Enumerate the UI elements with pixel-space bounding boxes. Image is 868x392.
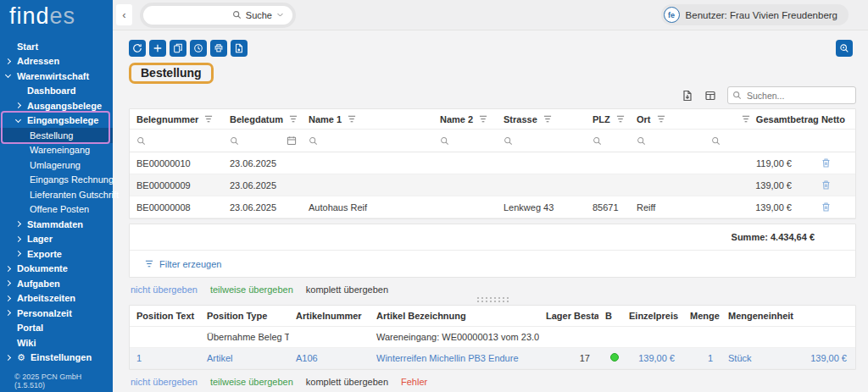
sidebar-item-offene-posten[interactable]: Offene Posten bbox=[0, 202, 113, 218]
refresh-button[interactable] bbox=[129, 40, 146, 57]
chevron-down-icon bbox=[16, 119, 27, 122]
col-name1: Name 1 bbox=[302, 114, 433, 124]
legend-komplett-uebergeben: komplett übergeben bbox=[306, 377, 388, 387]
document-export-button[interactable] bbox=[231, 40, 248, 57]
search-icon bbox=[732, 91, 742, 100]
chevron-right-icon bbox=[19, 163, 30, 167]
filter-row bbox=[130, 130, 855, 152]
page-title: Bestellung bbox=[129, 63, 214, 84]
advanced-search-button[interactable] bbox=[836, 40, 853, 57]
table-search bbox=[727, 86, 856, 104]
filter-icon[interactable] bbox=[616, 115, 625, 123]
search-icon bbox=[637, 136, 646, 146]
filter-cell-name1[interactable] bbox=[302, 136, 433, 146]
cell-artikelnummer[interactable]: A106 bbox=[289, 353, 370, 363]
sidebar-item-portal[interactable]: Portal bbox=[0, 321, 113, 336]
sidebar-item-arbeitszeiten[interactable]: Arbeitszeiten bbox=[0, 291, 113, 306]
sidebar-item-label: Lieferanten Gutschrift bbox=[30, 190, 119, 200]
export-button[interactable] bbox=[682, 90, 693, 102]
plus-icon bbox=[153, 43, 163, 53]
sidebar-item-stammdaten[interactable]: Stammdaten bbox=[0, 217, 113, 232]
copy-button[interactable] bbox=[170, 40, 186, 57]
sidebar-item-exporte[interactable]: Exporte bbox=[0, 246, 113, 262]
sidebar-item-lieferanten-gutschrift[interactable]: Lieferanten Gutschrift bbox=[0, 187, 113, 202]
table-row[interactable]: BE00000010 23.06.2025 119,00 € bbox=[130, 152, 855, 174]
column-chooser-button[interactable] bbox=[704, 90, 716, 102]
cell-b bbox=[598, 353, 622, 363]
table-row[interactable]: BE00000008 23.06.2025 Autohaus Reif Lenk… bbox=[130, 196, 855, 218]
create-filter-link[interactable]: Filter erzeugen bbox=[145, 259, 221, 269]
search-icon bbox=[839, 43, 849, 53]
search-icon bbox=[504, 136, 513, 146]
splitter-handle[interactable] bbox=[129, 295, 856, 305]
sidebar-item-dashboard[interactable]: Dashboard bbox=[0, 84, 113, 99]
sidebar-item-label: Eingangsbelege bbox=[27, 115, 98, 125]
filter-icon[interactable] bbox=[479, 115, 487, 123]
chevron-right-icon bbox=[16, 103, 27, 108]
delete-row-button[interactable] bbox=[809, 202, 832, 213]
delete-row-button[interactable] bbox=[809, 179, 832, 190]
sidebar-item-umlagerung[interactable]: Umlagerung bbox=[0, 157, 113, 173]
trash-icon bbox=[821, 179, 832, 190]
calendar-icon[interactable] bbox=[287, 135, 297, 146]
sidebar-item-personalzeit[interactable]: Personalzeit bbox=[0, 306, 113, 321]
chevron-right-icon bbox=[6, 44, 17, 48]
trash-icon bbox=[821, 157, 832, 168]
filter-cell-strasse[interactable] bbox=[497, 136, 586, 146]
col-ort: Ort bbox=[630, 114, 704, 124]
sidebar-item-eingangs-rechnung[interactable]: Eingangs Rechnung bbox=[0, 173, 113, 188]
gear-icon: ⚙ bbox=[17, 352, 31, 363]
sidebar-item-aufgaben[interactable]: Aufgaben bbox=[0, 276, 113, 291]
col-position-type: Position Type bbox=[200, 311, 289, 321]
col-einzelpreis: Einzelpreis bbox=[622, 311, 683, 321]
sidebar-item-einstellungen[interactable]: ⚙Einstellungen bbox=[0, 351, 113, 366]
sidebar-item-adressen[interactable]: Adressen bbox=[0, 54, 113, 69]
sidebar-item-bestellung[interactable]: Bestellung bbox=[0, 128, 113, 143]
sidebar-item-wiki[interactable]: Wiki bbox=[0, 335, 113, 351]
delete-row-button[interactable] bbox=[809, 157, 832, 168]
global-search[interactable]: Suche bbox=[143, 6, 292, 25]
cell-belegdatum: 23.06.2025 bbox=[223, 158, 302, 168]
sidebar-item-warenwirtschaft[interactable]: Warenwirtschaft bbox=[0, 69, 113, 84]
table-search-input[interactable] bbox=[727, 86, 856, 104]
filter-cell-name2[interactable] bbox=[433, 136, 497, 146]
main-area: ‹ Suche fe Benutzer: Frau Vivien Freuden… bbox=[113, 0, 868, 392]
sidebar-collapse-button[interactable]: ‹ bbox=[116, 4, 132, 25]
add-button[interactable] bbox=[149, 40, 166, 57]
history-button[interactable] bbox=[190, 40, 207, 57]
filter-cell-gesamtbetrag[interactable] bbox=[704, 136, 802, 146]
col-strasse: Strasse bbox=[497, 114, 586, 124]
table-header-row: Position Text Position Type Artikelnumme… bbox=[130, 306, 855, 327]
print-button[interactable] bbox=[210, 40, 227, 57]
filter-icon[interactable] bbox=[289, 115, 298, 123]
filter-icon[interactable] bbox=[742, 115, 750, 123]
table-row[interactable]: 1 Artikel A106 Winterreifen Michellin PB… bbox=[130, 348, 855, 369]
filter-cell-ort[interactable] bbox=[630, 136, 704, 146]
filter-cell-plz[interactable] bbox=[586, 136, 630, 146]
filter-icon[interactable] bbox=[543, 115, 552, 123]
chevron-right-icon bbox=[16, 222, 27, 226]
cell-artikel-bezeichnung[interactable]: Winterreifen Michellin PB3 Endure bbox=[370, 353, 539, 363]
chevron-right-icon bbox=[6, 326, 17, 330]
cell-position-text[interactable]: 1 bbox=[130, 353, 200, 363]
filter-icon[interactable] bbox=[657, 115, 665, 123]
sidebar-item-eingangsbelege[interactable]: Eingangsbelege bbox=[0, 113, 113, 129]
filter-icon[interactable] bbox=[204, 115, 213, 123]
sidebar-nav: Start Adressen Warenwirtschaft Dashboard… bbox=[0, 34, 113, 389]
sidebar-item-ausgangsbelege[interactable]: Ausgangsbelege bbox=[0, 98, 113, 113]
sidebar-item-dokumente[interactable]: Dokumente bbox=[0, 262, 113, 277]
legend-komplett-uebergeben: komplett übergeben bbox=[306, 284, 388, 295]
chevron-right-icon bbox=[19, 148, 30, 152]
table-row[interactable]: Übernahme Beleg Text Wareneingang: WE000… bbox=[130, 327, 855, 348]
sidebar-item-label: Stammdaten bbox=[27, 219, 83, 229]
sidebar-item-label: Dokumente bbox=[17, 263, 68, 273]
trash-icon bbox=[821, 202, 832, 213]
user-menu[interactable]: fe Benutzer: Frau Vivien Freudenberg bbox=[661, 4, 849, 25]
sidebar-item-wareneingang[interactable]: Wareneingang bbox=[0, 143, 113, 158]
sidebar-item-lager[interactable]: Lager bbox=[0, 232, 113, 247]
table-row[interactable]: BE00000009 23.06.2025 139,00 € bbox=[130, 174, 855, 196]
filter-cell-belegnummer[interactable] bbox=[130, 136, 223, 146]
filter-cell-belegdatum[interactable] bbox=[223, 135, 302, 146]
sidebar-item-start[interactable]: Start bbox=[0, 39, 113, 54]
filter-icon[interactable] bbox=[348, 115, 356, 123]
